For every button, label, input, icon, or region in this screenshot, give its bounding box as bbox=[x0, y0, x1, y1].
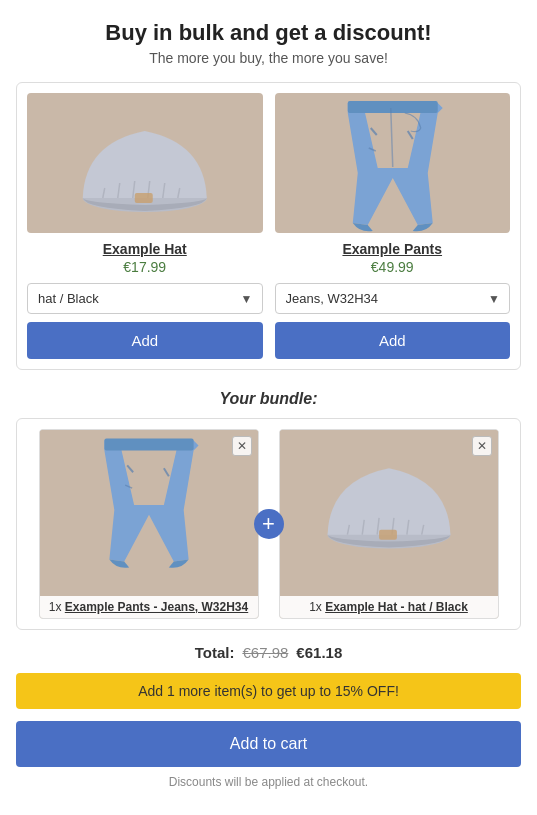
product-price-hat: €17.99 bbox=[123, 259, 166, 275]
variant-select-pants[interactable]: Jeans, W32H34 Jeans, W30H32 Jeans, W34H3… bbox=[275, 283, 511, 314]
bundle-item-image-hat bbox=[280, 430, 498, 570]
bundle-remove-pants-button[interactable]: ✕ bbox=[232, 436, 252, 456]
bundle-item-label-pants: 1x Example Pants - Jeans, W32H34 bbox=[40, 596, 258, 618]
page-title: Buy in bulk and get a discount! bbox=[16, 20, 521, 46]
bundle-plus-icon: + bbox=[254, 509, 284, 539]
page-subtitle: The more you buy, the more you save! bbox=[16, 50, 521, 66]
svg-rect-15 bbox=[40, 431, 258, 570]
pants-image-svg bbox=[275, 93, 511, 233]
variant-select-wrapper-hat: hat / Black hat / White hat / Grey ▼ bbox=[27, 283, 263, 314]
product-name-pants: Example Pants bbox=[342, 241, 442, 257]
bundle-remove-hat-button[interactable]: ✕ bbox=[472, 436, 492, 456]
bundle-hat-svg bbox=[280, 430, 498, 570]
bundle-item-link-hat[interactable]: Example Hat - hat / Black bbox=[325, 600, 468, 614]
variant-select-hat[interactable]: hat / Black hat / White hat / Grey bbox=[27, 283, 263, 314]
add-button-hat[interactable]: Add bbox=[27, 322, 263, 359]
svg-rect-28 bbox=[379, 530, 397, 540]
svg-rect-8 bbox=[135, 193, 153, 203]
checkout-note: Discounts will be applied at checkout. bbox=[16, 775, 521, 789]
bundle-section: Your bundle: ✕ 1x Example Pants - Jea bbox=[16, 390, 521, 789]
product-card-hat: Example Hat €17.99 hat / Black hat / Whi… bbox=[27, 93, 263, 359]
svg-rect-16 bbox=[104, 439, 193, 451]
bundle-item-hat: ✕ 1x Example Hat - hat / bbox=[279, 429, 499, 619]
variant-select-wrapper-pants: Jeans, W32H34 Jeans, W30H32 Jeans, W34H3… bbox=[275, 283, 511, 314]
total-discounted-price: €61.18 bbox=[296, 644, 342, 661]
bundle-pants-svg bbox=[40, 430, 258, 570]
bundle-item-label-hat: 1x Example Hat - hat / Black bbox=[280, 596, 498, 618]
add-button-pants[interactable]: Add bbox=[275, 322, 511, 359]
product-card-pants: Example Pants €49.99 Jeans, W32H34 Jeans… bbox=[275, 93, 511, 359]
bundle-items: ✕ 1x Example Pants - Jeans, W32H34 bbox=[16, 418, 521, 630]
hat-image-svg bbox=[27, 93, 263, 233]
product-name-hat: Example Hat bbox=[103, 241, 187, 257]
total-original-price: €67.98 bbox=[242, 644, 288, 661]
bundle-item-link-pants[interactable]: Example Pants - Jeans, W32H34 bbox=[65, 600, 248, 614]
product-price-pants: €49.99 bbox=[371, 259, 414, 275]
add-to-cart-button[interactable]: Add to cart bbox=[16, 721, 521, 767]
bundle-qty-hat: 1x bbox=[309, 600, 322, 614]
discount-notice-button[interactable]: Add 1 more item(s) to get up to 15% OFF! bbox=[16, 673, 521, 709]
product-image-hat bbox=[27, 93, 263, 233]
products-grid: Example Hat €17.99 hat / Black hat / Whi… bbox=[16, 82, 521, 370]
bundle-item-image-pants bbox=[40, 430, 258, 570]
page-header: Buy in bulk and get a discount! The more… bbox=[16, 20, 521, 66]
bundle-item-pants: ✕ 1x Example Pants - Jeans, W32H34 bbox=[39, 429, 259, 619]
product-image-pants bbox=[275, 93, 511, 233]
total-row: Total: €67.98 €61.18 bbox=[16, 644, 521, 661]
bundle-title: Your bundle: bbox=[16, 390, 521, 408]
svg-rect-10 bbox=[347, 101, 437, 113]
bundle-qty-pants: 1x bbox=[49, 600, 62, 614]
total-label: Total: bbox=[195, 644, 235, 661]
